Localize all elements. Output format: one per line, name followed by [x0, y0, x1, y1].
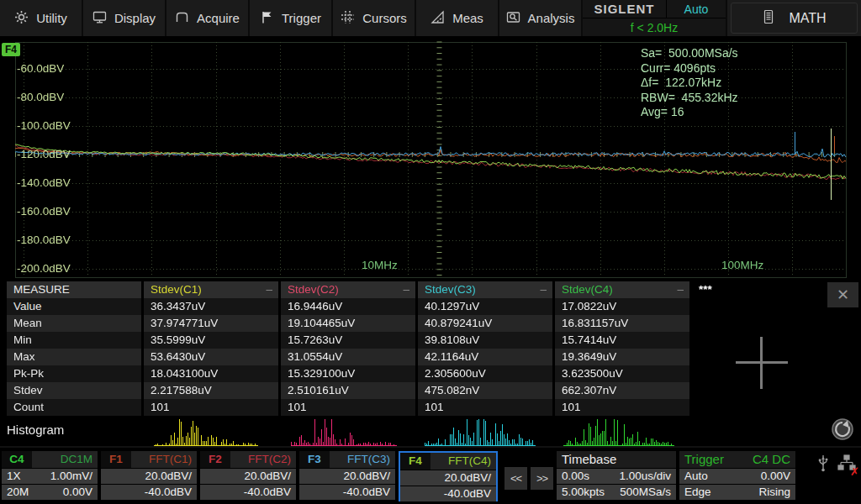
histogram-c3-canvas [425, 417, 536, 446]
math-offset: -40.0dBV [444, 486, 491, 501]
scroll-descriptors-right-button[interactable]: >> [531, 467, 553, 490]
histogram-c2-canvas [291, 417, 397, 446]
timebase-delay: 0.00s [562, 469, 589, 484]
measure-row-max: Max 53.6430uV 31.0554uV 42.1164uV 19.364… [7, 349, 861, 365]
display-icon [92, 10, 107, 27]
y-axis-label: -180.0dBV [17, 233, 71, 248]
measure-col-header-c3[interactable]: Stdev(C3)– [418, 281, 552, 298]
measure-header-row: MEASURE Stdev(C1)– Stdev(C2)– Stdev(C3)–… [7, 281, 861, 298]
math-function: FFT(C1) [131, 451, 197, 468]
menu-meas[interactable]: Meas [416, 0, 499, 36]
channel-scale: 1.00mV/ [50, 469, 92, 484]
y-axis-label: -100.0dBV [17, 118, 71, 134]
menu-display[interactable]: Display [83, 0, 166, 36]
menu-cursors-label: Cursors [362, 11, 407, 25]
channel-c4-box[interactable]: C4DC1M 1X1.00mV/ 20M0.00V [2, 451, 98, 501]
math-id-badge: F3 [299, 451, 330, 468]
trigger-box[interactable]: TriggerC4 DC Auto0.00V EdgeRising [679, 451, 795, 501]
menu-trigger[interactable]: Trigger [250, 0, 333, 36]
trigger-flag-icon [260, 10, 274, 27]
scroll-descriptors-left-button[interactable]: << [504, 467, 527, 490]
x-axis-label-10mhz: 10MHz [362, 259, 398, 271]
analysis-icon [506, 10, 520, 27]
fft-plot-area[interactable]: F4 -60.0dBV -80.0dBV -100.0dBV -120.0dBV… [0, 38, 861, 281]
trigger-type: Edge [684, 485, 711, 500]
menu-acquire-label: Acquire [197, 11, 240, 25]
math-function: FFT(C4) [430, 453, 496, 470]
measure-title: MEASURE [7, 281, 141, 298]
lan-disconnected-icon: ✗ [837, 454, 856, 475]
timebase-points: 5.00kpts [562, 485, 605, 500]
add-measurement-button[interactable] [734, 335, 790, 391]
trigger-mode: Auto [684, 469, 708, 484]
math-scale: 20.0dBV/ [145, 469, 192, 484]
measure-col-header-c4[interactable]: Stdev(C4)– [555, 281, 689, 298]
status-block: SIGLENT Auto f < 2.0Hz [583, 0, 727, 36]
close-measure-panel-button[interactable]: ✕ [827, 282, 858, 307]
reset-statistics-button[interactable] [829, 416, 856, 443]
math-scale: 20.0dBV/ [444, 470, 491, 486]
math-function: FFT(C3) [330, 451, 395, 468]
measure-col-header-c2[interactable]: Stdev(C2)– [281, 281, 415, 298]
menu-trigger-label: Trigger [282, 11, 321, 25]
collapse-c1-button[interactable]: – [266, 281, 278, 298]
side-menu-math-button[interactable]: MATH [731, 3, 858, 34]
y-axis-label: -200.0dBV [17, 261, 71, 276]
measure-row-min: Min 35.5999uV 15.7263uV 39.8108uV 15.741… [7, 332, 861, 349]
timebase-box[interactable]: Timebase 0.00s1.00us/div 5.00kpts500MSa/… [557, 451, 676, 501]
channel-bandwidth: 20M [7, 485, 29, 500]
channel-offset: 0.00V [63, 485, 92, 500]
measure-col-header-c1[interactable]: Stdev(C1)– [144, 281, 278, 298]
trigger-level: 0.00V [761, 469, 790, 484]
math-f2-box[interactable]: F2FFT(C2) 20.0dBV/ -40.0dBV [200, 451, 296, 501]
channel-id-badge: C4 [2, 451, 32, 468]
histogram-label: Histogram [7, 423, 64, 437]
collapse-c2-button[interactable]: – [403, 281, 415, 298]
math-f3-box[interactable]: F3FFT(C3) 20.0dBV/ -40.0dBV [299, 451, 395, 501]
math-offset: -40.0dBV [145, 485, 192, 500]
math-scale: 20.0dBV/ [343, 469, 390, 484]
histogram-strip: Histogram [0, 416, 861, 448]
measure-row-stdev: Stdev 2.217588uV 2.510161uV 475.082nV 66… [7, 382, 861, 399]
trigger-slope: Rising [758, 485, 790, 500]
active-trace-badge[interactable]: F4 [2, 43, 20, 56]
measure-row-count: Count 101 101 101 101 [7, 399, 861, 416]
menu-analysis[interactable]: Analysis [499, 0, 583, 36]
menu-analysis-label: Analysis [528, 11, 575, 25]
side-menu-label: MATH [789, 11, 826, 26]
menu-meas-label: Meas [452, 11, 483, 25]
histogram-c4-canvas [563, 417, 674, 446]
y-axis-label: -160.0dBV [17, 204, 71, 219]
math-f1-box[interactable]: F1FFT(C1) 20.0dBV/ -40.0dBV [101, 451, 197, 501]
math-id-badge: F1 [101, 451, 131, 468]
measure-row-value: Value 36.3437uV 16.9446uV 40.1297uV 17.0… [7, 298, 861, 315]
collapse-c3-button[interactable]: – [540, 281, 552, 298]
channel-coupling: DC1M [32, 451, 98, 468]
y-axis-label: -60.0dBV [17, 61, 64, 76]
channel-probe: 1X [7, 469, 21, 484]
math-id-badge: F4 [400, 453, 430, 470]
trigger-frequency-readout: f < 2.0Hz [583, 18, 726, 36]
measure-col-header-empty[interactable]: *** [692, 281, 815, 298]
y-axis-label: -120.0dBV [17, 147, 71, 162]
math-id-badge: F2 [200, 451, 230, 468]
fft-info-readout: Sa= 500.00MSa/s Curr= 4096pts Δf= 122.07… [641, 46, 738, 120]
math-scale: 20.0dBV/ [244, 469, 291, 484]
measure-row-mean: Mean 37.974771uV 19.104465uV 40.879241uV… [7, 315, 861, 332]
menu-cursors[interactable]: Cursors [333, 0, 416, 36]
y-axis-label: -140.0dBV [17, 176, 71, 191]
gear-icon [14, 10, 29, 27]
math-f4-box-selected[interactable]: F4FFT(C4) 20.0dBV/ -40.0dBV [399, 451, 498, 501]
acquire-icon [175, 10, 189, 27]
math-offset: -40.0dBV [343, 485, 390, 500]
collapse-c4-button[interactable]: – [677, 281, 689, 298]
trigger-source: C4 DC [753, 451, 790, 468]
y-axis-label: -80.0dBV [17, 90, 64, 105]
trigger-title: Trigger [684, 451, 724, 468]
menu-acquire[interactable]: Acquire [166, 0, 250, 36]
math-function: FFT(C2) [230, 451, 296, 468]
menu-utility[interactable]: Utility [0, 0, 83, 36]
math-offset: -40.0dBV [244, 485, 291, 500]
cursors-icon [341, 10, 355, 27]
timebase-scale: 1.00us/div [619, 469, 671, 484]
